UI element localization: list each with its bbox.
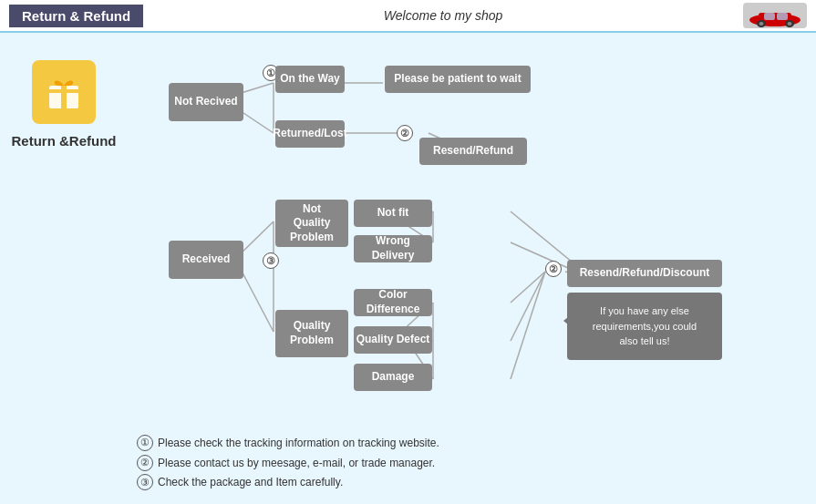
received-box: Received: [169, 241, 243, 279]
svg-point-4: [759, 22, 763, 26]
footer-circle-2: ②: [137, 455, 153, 471]
header-car-image: [743, 3, 807, 28]
quality-problem-box: QualityProblem: [275, 310, 348, 357]
if-you-have-box: If you have any elserequirements,you cou…: [567, 293, 722, 360]
quality-defect-box: Quality Defect: [354, 326, 432, 354]
svg-rect-6: [764, 13, 775, 20]
not-received-box: Not Recived: [169, 83, 243, 121]
footer-notes: ① Please check the tracking information …: [137, 434, 807, 493]
not-fit-box: Not fit: [354, 200, 432, 227]
sidebar-label: Return &Refund: [12, 133, 117, 149]
wrong-delivery-box: Wrong Delivery: [354, 235, 432, 262]
footer-note-2: ② Please contact us by meesage, e-mail, …: [137, 454, 807, 474]
svg-rect-7: [777, 13, 788, 20]
svg-rect-11: [49, 89, 78, 93]
resend-refund-discount-box: Resend/Refund/Discount: [567, 260, 722, 287]
circle-2-bottom: ②: [545, 261, 562, 277]
circle-2-top: ②: [397, 125, 413, 141]
diagram: ① Not Recived On the Way Returned/Lost ②…: [128, 33, 816, 504]
footer-circle-3: ③: [137, 474, 153, 490]
gift-icon-box: [32, 60, 96, 124]
on-the-way-box: On the Way: [275, 66, 345, 93]
footer-note-3: ③ Check the package and Item carefully.: [137, 473, 807, 493]
returned-lost-box: Returned/Lost: [275, 120, 345, 148]
circle-3: ③: [263, 252, 279, 269]
main-area: Return &Refund: [0, 33, 816, 504]
arrow-decoration: [563, 314, 573, 328]
svg-point-5: [787, 22, 791, 26]
header: Return & Refund Welcome to my shop: [0, 0, 816, 33]
gift-icon: [44, 72, 84, 112]
header-welcome: Welcome to my shop: [143, 8, 743, 23]
header-title: Return & Refund: [9, 5, 143, 27]
resend-refund-top-box: Resend/Refund: [419, 138, 527, 165]
footer-circle-1: ①: [137, 435, 153, 451]
damage-box: Damage: [354, 364, 432, 391]
footer-note-1: ① Please check the tracking information …: [137, 434, 807, 454]
sidebar: Return &Refund: [0, 33, 128, 504]
svg-line-30: [511, 272, 545, 303]
not-quality-problem-box: NotQualityProblem: [275, 200, 348, 247]
svg-line-32: [511, 272, 545, 379]
color-difference-box: Color Difference: [354, 289, 432, 316]
please-wait-box: Please be patient to wait: [385, 66, 531, 93]
svg-rect-10: [61, 86, 67, 108]
svg-line-31: [511, 272, 545, 341]
